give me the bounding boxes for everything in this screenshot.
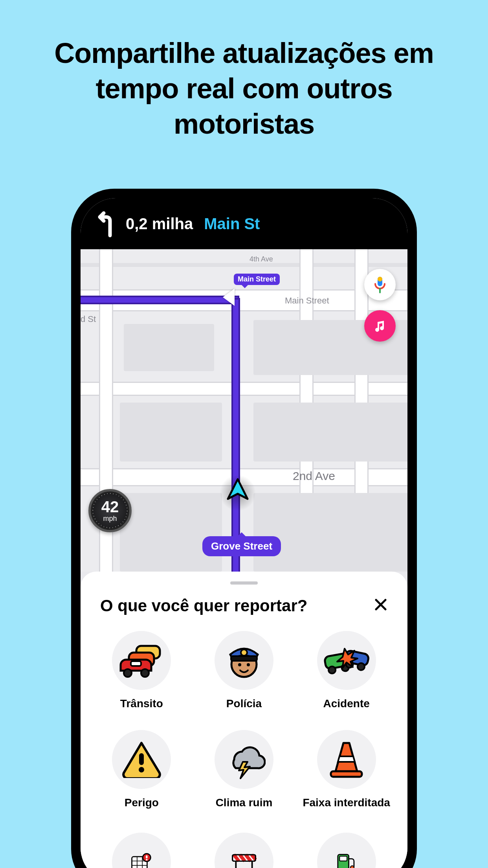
marketing-headline: Compartilhe atualizações em tempo real c…	[0, 0, 488, 157]
gas-station-icon	[317, 833, 376, 868]
report-option-police[interactable]: Polícia	[199, 631, 290, 710]
report-option-extra[interactable]	[199, 829, 290, 868]
navigation-bar: 0,2 milha Main St	[81, 198, 407, 249]
svg-point-12	[247, 663, 250, 666]
report-option-label: Polícia	[226, 697, 262, 710]
svg-rect-7	[131, 661, 141, 666]
svg-point-18	[357, 662, 365, 671]
sheet-title: O que você quer reportar?	[100, 596, 307, 615]
sheet-drag-handle[interactable]	[230, 581, 258, 585]
bad-weather-icon	[215, 730, 273, 789]
barrier-icon	[215, 833, 273, 868]
svg-point-5	[124, 669, 132, 677]
map-error-icon	[112, 833, 171, 868]
music-note-icon	[373, 319, 387, 333]
map-road-label: Main Street	[285, 296, 329, 306]
report-option-extra[interactable]	[96, 829, 187, 868]
turn-left-icon	[94, 210, 118, 237]
report-option-label: Clima ruim	[216, 796, 273, 809]
current-street-tag: Grove Street	[202, 536, 281, 556]
route-line	[81, 297, 238, 303]
microphone-icon	[373, 276, 387, 293]
close-button[interactable]	[374, 597, 388, 614]
svg-point-20	[139, 767, 144, 772]
route-line	[233, 300, 238, 572]
svg-rect-2	[378, 277, 382, 281]
svg-point-25	[146, 859, 147, 861]
map-road-label: 2nd Ave	[293, 469, 335, 483]
svg-point-32	[350, 866, 354, 868]
hazard-icon	[112, 730, 171, 789]
report-option-label: Faixa interditada	[303, 796, 390, 809]
svg-rect-21	[331, 771, 362, 777]
music-button[interactable]	[364, 310, 396, 342]
report-option-extra[interactable]	[301, 829, 392, 868]
map-road-label: 4th Ave	[250, 255, 273, 263]
traffic-cone-icon	[317, 730, 376, 789]
report-option-accident[interactable]: Acidente	[301, 631, 392, 710]
svg-point-14	[328, 666, 336, 674]
phone-frame: 0,2 milha Main St 4th Ave Main Street d …	[71, 189, 417, 868]
svg-point-10	[241, 649, 247, 656]
svg-rect-19	[139, 753, 144, 765]
screen: 0,2 milha Main St 4th Ave Main Street d …	[81, 198, 407, 868]
report-option-label: Perigo	[125, 796, 159, 809]
svg-rect-9	[231, 656, 257, 661]
map-view[interactable]: 4th Ave Main Street d St 2nd Ave Main St…	[81, 249, 407, 572]
next-turn-tag: Main Street	[234, 274, 280, 285]
nav-distance: 0,2 milha	[126, 215, 193, 233]
close-icon	[374, 598, 388, 612]
voice-button[interactable]	[364, 269, 396, 300]
route-turn-arrow-icon	[223, 289, 235, 306]
accident-icon	[317, 631, 376, 690]
report-option-hazard[interactable]: Perigo	[96, 730, 187, 809]
report-option-traffic[interactable]: Trânsito	[96, 631, 187, 710]
report-option-roadclosed[interactable]: Faixa interditada	[301, 730, 392, 809]
police-icon	[215, 631, 273, 690]
svg-rect-24	[146, 855, 147, 859]
svg-point-11	[238, 663, 241, 666]
traffic-icon	[112, 631, 171, 690]
speedometer[interactable]: 42 mph	[88, 489, 132, 532]
report-option-label: Trânsito	[120, 697, 163, 710]
map-road-label: d St	[81, 314, 96, 324]
current-location-marker	[218, 473, 257, 513]
nav-street-name: Main St	[204, 215, 260, 233]
report-option-weather[interactable]: Clima ruim	[199, 730, 290, 809]
svg-rect-31	[339, 856, 347, 861]
svg-point-6	[141, 669, 149, 677]
report-bottom-sheet: O que você quer reportar?	[81, 572, 407, 868]
report-option-label: Acidente	[323, 697, 370, 710]
